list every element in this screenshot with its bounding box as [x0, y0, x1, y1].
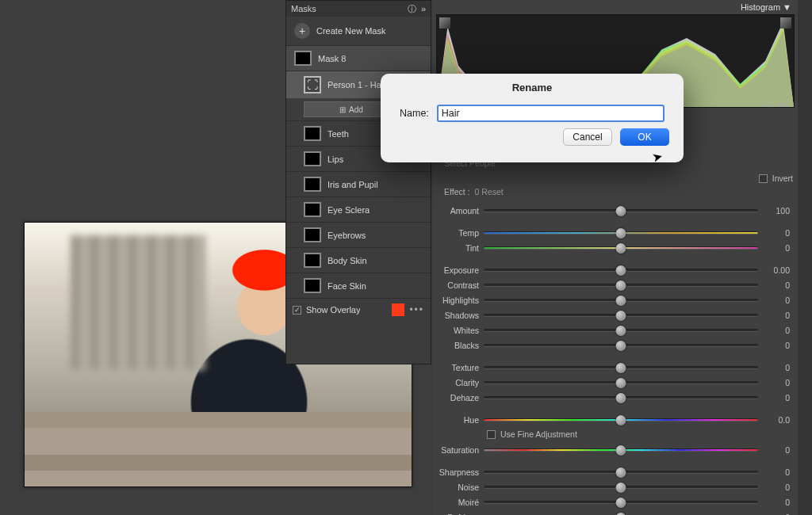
slider-knob[interactable]	[616, 378, 626, 388]
mask-name: Face Skin	[327, 281, 366, 291]
slider-value: 0	[758, 280, 790, 290]
slider-row-texture: Texture0	[433, 360, 790, 375]
slider-knob[interactable]	[616, 363, 626, 373]
clipping-indicator-shadows[interactable]	[439, 17, 450, 29]
shadows-slider[interactable]	[484, 314, 758, 317]
mask-item[interactable]: Eyebrows	[286, 222, 431, 247]
mask-thumbnail	[304, 177, 321, 192]
more-options-icon[interactable]: •••	[409, 304, 424, 315]
right-scrollbar[interactable]	[798, 0, 812, 515]
tint-slider[interactable]	[484, 246, 758, 250]
show-overlay-toggle-row: ✓ Show Overlay •••	[286, 298, 431, 321]
foreground-fence	[25, 415, 412, 486]
mask-item[interactable]: Eye Sclera	[286, 196, 431, 222]
slider-row-shadows: Shadows0	[433, 308, 790, 322]
slider-knob[interactable]	[616, 311, 626, 321]
clipping-indicator-highlights[interactable]	[780, 17, 791, 29]
slider-knob[interactable]	[616, 228, 626, 238]
slider-value: 0	[758, 228, 790, 238]
mask-thumbnail	[294, 51, 312, 66]
sharpness-slider[interactable]	[484, 471, 758, 474]
slider-knob[interactable]	[616, 280, 626, 291]
slider-row-exposure: Exposure0.00	[433, 263, 790, 277]
temp-slider[interactable]	[484, 231, 758, 235]
shutter-speed-readout: ¹⁄₂₀₀ sec	[761, 101, 787, 109]
mask-thumbnail	[304, 126, 321, 141]
masks-panel-header[interactable]: Masks ⓘ »	[286, 1, 431, 17]
slider-value: 0	[758, 296, 790, 305]
mask-name: Eye Sclera	[327, 205, 370, 215]
create-new-mask-button[interactable]: + Create New Mask	[286, 17, 431, 45]
slider-knob[interactable]	[616, 393, 626, 403]
dehaze-slider[interactable]	[484, 396, 758, 399]
hue-slider[interactable]	[484, 418, 758, 422]
mask-item[interactable]: Face Skin	[286, 273, 431, 298]
slider-label: Tint	[433, 243, 484, 253]
create-new-mask-label: Create New Mask	[316, 26, 385, 36]
slider-label: Saturation	[433, 445, 484, 455]
histogram-title: Histogram ▼	[741, 2, 791, 12]
whites-slider[interactable]	[484, 329, 758, 332]
noise-slider[interactable]	[484, 486, 758, 489]
histogram-header[interactable]: Histogram ▼	[433, 0, 798, 14]
mask-name: Body Skin	[327, 256, 367, 265]
slider-knob[interactable]	[616, 498, 626, 508]
overlay-color-swatch[interactable]	[392, 303, 404, 316]
slider-row-tint: Tint0	[433, 241, 790, 255]
slider-knob[interactable]	[616, 445, 626, 456]
mask-thumbnail	[304, 227, 321, 242]
slider-knob[interactable]	[616, 265, 626, 276]
masks-help-icon[interactable]: ⓘ »	[408, 3, 426, 15]
rename-input[interactable]	[437, 105, 665, 122]
invert-label: Invert	[772, 174, 793, 183]
moiré-slider[interactable]	[484, 501, 758, 504]
slider-label: Texture	[433, 363, 484, 372]
slider-label: Highlights	[433, 296, 484, 305]
slider-row-defringe: Defringe0	[433, 510, 790, 515]
invert-checkbox[interactable]	[759, 174, 768, 183]
mask-thumbnail	[304, 151, 321, 166]
slider-value: 0	[758, 341, 790, 350]
slider-knob[interactable]	[616, 206, 626, 216]
slider-group: Amount100Temp0Tint0Exposure0.00Contrast0…	[433, 198, 798, 515]
clarity-slider[interactable]	[484, 381, 758, 384]
slider-label: Whites	[433, 326, 484, 335]
slider-knob[interactable]	[616, 341, 626, 351]
slider-knob[interactable]	[616, 326, 626, 336]
mask-item[interactable]: Body Skin	[286, 247, 431, 273]
mask-thumbnail	[304, 278, 321, 293]
dialog-title: Rename	[381, 74, 684, 93]
slider-knob[interactable]	[616, 243, 626, 254]
slider-value: 0.0	[758, 415, 790, 425]
slider-knob[interactable]	[616, 296, 626, 306]
slider-value: 0	[758, 363, 790, 372]
ok-button[interactable]: OK	[620, 128, 669, 146]
texture-slider[interactable]	[484, 366, 758, 369]
slider-value: 0	[758, 326, 790, 335]
slider-label: Shadows	[433, 311, 484, 320]
slider-value: 0	[758, 445, 790, 455]
mask-group-item[interactable]: Mask 8	[286, 45, 431, 71]
slider-row-blacks: Blacks0	[433, 338, 790, 353]
slider-knob[interactable]	[616, 483, 626, 493]
masks-panel-title: Masks	[291, 4, 316, 13]
mask-name: Mask 8	[318, 54, 346, 63]
saturation-slider[interactable]	[484, 448, 758, 452]
effect-preset-dropdown[interactable]: 0 Reset	[475, 187, 504, 196]
exposure-slider[interactable]	[484, 269, 758, 272]
slider-value: 0	[758, 483, 790, 492]
show-overlay-checkbox[interactable]: ✓	[293, 306, 301, 315]
slider-knob[interactable]	[616, 415, 626, 425]
use-fine-adjustment-checkbox[interactable]	[487, 430, 496, 439]
slider-row-highlights: Highlights0	[433, 293, 790, 307]
mask-item[interactable]: Iris and Pupil	[286, 171, 431, 196]
slider-row-noise: Noise0	[433, 480, 790, 494]
blacks-slider[interactable]	[484, 344, 758, 347]
amount-slider[interactable]	[484, 209, 758, 212]
highlights-slider[interactable]	[484, 299, 758, 302]
contrast-slider[interactable]	[484, 284, 758, 287]
cancel-button[interactable]: Cancel	[563, 128, 612, 146]
slider-knob[interactable]	[616, 467, 626, 478]
slider-row-temp: Temp0	[433, 226, 790, 240]
slider-label: Hue	[433, 415, 484, 425]
